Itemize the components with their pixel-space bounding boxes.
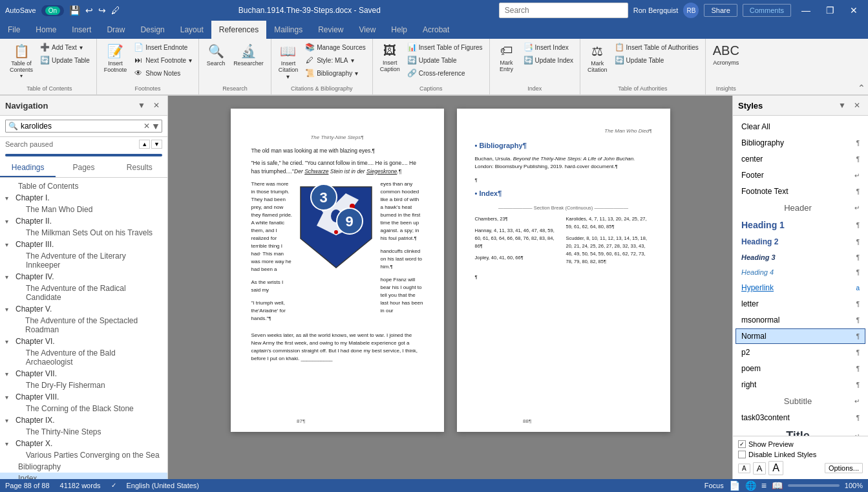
page-88[interactable]: The Man Who Died¶ • Bibliography¶ Buchan… bbox=[457, 109, 670, 432]
acronyms-button[interactable]: ABC Acronyms bbox=[710, 41, 743, 68]
style-heading1[interactable]: Heading 1 ¶ bbox=[736, 217, 865, 233]
tab-review[interactable]: Review bbox=[310, 21, 351, 39]
style-subtitle[interactable]: Subtitle ↵ bbox=[736, 393, 865, 409]
manage-sources-button[interactable]: 📚 Manage Sources bbox=[302, 41, 368, 53]
tab-insert[interactable]: Insert bbox=[64, 21, 99, 39]
disable-linked-checkbox[interactable] bbox=[738, 451, 746, 458]
style-heading4[interactable]: Heading 4 ¶ bbox=[736, 265, 865, 279]
comments-button[interactable]: Comments bbox=[743, 4, 791, 17]
search-button[interactable]: 🔍 Search bbox=[203, 41, 229, 69]
style-bibliography[interactable]: Bibliography ¶ bbox=[736, 135, 865, 151]
nav-tree-item-ch3[interactable]: ▾Chapter III. bbox=[0, 239, 167, 250]
nav-tree-item-ch2-sub[interactable]: The Milkman Sets Out on his Travels bbox=[0, 227, 167, 239]
show-notes-button[interactable]: 👁 Show Notes bbox=[131, 67, 195, 79]
tab-view[interactable]: View bbox=[352, 21, 384, 39]
insert-index-button[interactable]: 📑 Insert Index bbox=[521, 41, 577, 53]
autosave-toggle[interactable]: On bbox=[41, 5, 64, 16]
nav-tree-item-ch3-sub[interactable]: The Adventure of the Literary Innkeeper bbox=[0, 250, 167, 271]
style-right[interactable]: right ¶ bbox=[736, 377, 865, 392]
insert-table-of-figures-button[interactable]: 📊 Insert Table of Figures bbox=[405, 41, 485, 53]
nav-search-chevron-icon[interactable]: ⯆ bbox=[153, 123, 159, 130]
nav-tree-item-ch7[interactable]: ▾Chapter VII. bbox=[0, 368, 167, 380]
undo-icon[interactable]: ↩ bbox=[85, 5, 93, 16]
nav-search-clear[interactable]: ✕ bbox=[143, 122, 150, 131]
table-of-contents-button[interactable]: 📋 Table ofContents ▾ bbox=[6, 41, 36, 81]
nav-tree-item-ch1-sub[interactable]: The Man Who Died bbox=[0, 204, 167, 215]
styles-options-button[interactable]: ▼ bbox=[836, 100, 849, 111]
nav-tab-results[interactable]: Results bbox=[112, 159, 167, 177]
nav-close-button[interactable]: ✕ bbox=[151, 100, 162, 111]
update-table-authorities-button[interactable]: 🔄 Update Table bbox=[612, 54, 701, 66]
insert-citation-button[interactable]: 📖 InsertCitation▾ bbox=[275, 41, 302, 82]
nav-tree-item-toc[interactable]: Table of Contents bbox=[0, 180, 167, 192]
tab-help[interactable]: Help bbox=[383, 21, 415, 39]
style-center[interactable]: center ¶ bbox=[736, 151, 865, 167]
style-header[interactable]: Header ↵ bbox=[736, 200, 865, 216]
view-mode-web-icon[interactable]: 🌐 bbox=[745, 480, 756, 491]
search-up-button[interactable]: ▲ bbox=[139, 140, 150, 149]
tab-home[interactable]: Home bbox=[28, 21, 64, 39]
nav-tree-item-ch10-sub[interactable]: Various Parties Converging on the Sea bbox=[0, 449, 167, 461]
insert-footnote-button[interactable]: 📝 InsertFootnote bbox=[101, 41, 131, 75]
close-button[interactable]: ✕ bbox=[845, 3, 863, 18]
update-index-button[interactable]: 🔄 Update Index bbox=[521, 54, 577, 66]
font-size-large-button[interactable]: A bbox=[768, 461, 783, 475]
font-size-small-button[interactable]: A bbox=[738, 464, 750, 473]
nav-tree-item-ch6-sub[interactable]: The Adventure of the Bald Archaeologist bbox=[0, 347, 167, 368]
tab-design[interactable]: Design bbox=[132, 21, 172, 39]
nav-tree-item-bibliography[interactable]: Bibliography bbox=[0, 461, 167, 473]
tab-draw[interactable]: Draw bbox=[99, 21, 132, 39]
style-task03content[interactable]: task03content ¶ bbox=[736, 410, 865, 425]
style-hyperlink[interactable]: Hyperlink a bbox=[736, 280, 865, 295]
nav-options-button[interactable]: ▼ bbox=[135, 100, 148, 111]
nav-search-input[interactable] bbox=[21, 122, 143, 131]
restore-button[interactable]: ❐ bbox=[821, 3, 840, 18]
nav-tree-item-ch5-sub[interactable]: The Adventure of the Spectacled Roadman bbox=[0, 315, 167, 336]
add-text-button[interactable]: ➕ Add Text▾ bbox=[37, 41, 92, 53]
focus-label[interactable]: Focus bbox=[704, 482, 724, 489]
style-msonormal[interactable]: msonormal ¶ bbox=[736, 312, 865, 328]
insert-caption-button[interactable]: 🖼 InsertCaption bbox=[377, 41, 403, 74]
nav-tree-item-index[interactable]: Index bbox=[0, 473, 167, 479]
nav-tree-item-ch6[interactable]: ▾Chapter VI. bbox=[0, 336, 167, 347]
ribbon-collapse[interactable]: ⌃ bbox=[746, 39, 865, 94]
mark-citation-button[interactable]: ⚖ MarkCitation bbox=[584, 41, 611, 75]
researcher-button[interactable]: 🔬 Researcher bbox=[230, 41, 267, 69]
update-table-toc-button[interactable]: 🔄 Update Table bbox=[37, 54, 92, 66]
tab-references[interactable]: References bbox=[211, 21, 266, 39]
nav-tree-item-ch5[interactable]: ▾Chapter V. bbox=[0, 303, 167, 315]
nav-tree-item-ch1[interactable]: ▾Chapter I. bbox=[0, 192, 167, 204]
save-icon[interactable]: 💾 bbox=[69, 5, 80, 16]
font-size-medium-button[interactable]: A bbox=[753, 462, 767, 475]
next-footnote-button[interactable]: ⏭ Next Footnote▾ bbox=[131, 54, 195, 66]
update-table-captions-button[interactable]: 🔄 Update Table bbox=[405, 54, 485, 66]
show-preview-checkbox[interactable]: ✓ bbox=[738, 440, 746, 448]
nav-tree-item-ch10[interactable]: ▾Chapter X. bbox=[0, 438, 167, 449]
tab-file[interactable]: File bbox=[0, 21, 28, 39]
tab-mailings[interactable]: Mailings bbox=[266, 21, 310, 39]
customize-icon[interactable]: 🖊 bbox=[111, 5, 120, 16]
styles-close-button[interactable]: ✕ bbox=[851, 100, 863, 111]
share-button[interactable]: Share bbox=[704, 4, 737, 17]
nav-tree-item-ch8[interactable]: ▾Chapter VIII. bbox=[0, 391, 167, 403]
style-footnote-text[interactable]: Footnote Text ¶ bbox=[736, 184, 865, 199]
search-down-button[interactable]: ▼ bbox=[151, 140, 162, 149]
nav-tree-item-ch4-sub[interactable]: The Adventure of the Radical Candidate bbox=[0, 283, 167, 303]
style-heading2[interactable]: Heading 2 ¶ bbox=[736, 234, 865, 250]
tab-layout[interactable]: Layout bbox=[173, 21, 211, 39]
style-normal[interactable]: Normal ¶ bbox=[736, 328, 865, 344]
style-footer[interactable]: Footer ↵ bbox=[736, 167, 865, 183]
mark-entry-button[interactable]: 🏷 MarkEntry bbox=[494, 41, 520, 74]
nav-tab-pages[interactable]: Pages bbox=[56, 159, 111, 177]
page-87[interactable]: The Thirty-Nine Steps¶ The old man was l… bbox=[231, 109, 444, 432]
view-mode-read-icon[interactable]: 📖 bbox=[772, 480, 783, 491]
view-mode-print-icon[interactable]: 📄 bbox=[729, 480, 740, 491]
tab-acrobat[interactable]: Acrobat bbox=[415, 21, 457, 39]
nav-tree-item-ch2[interactable]: ▾Chapter II. bbox=[0, 215, 167, 227]
insert-endnote-button[interactable]: 📄 Insert Endnote bbox=[131, 41, 195, 53]
style-mla-button[interactable]: 🖊 Style: MLA▾ bbox=[302, 54, 368, 66]
style-p2[interactable]: p2 ¶ bbox=[736, 345, 865, 360]
nav-tree-item-ch8-sub[interactable]: The Corning of the Black Stone bbox=[0, 403, 167, 414]
style-poem[interactable]: poem ¶ bbox=[736, 361, 865, 376]
insert-table-of-authorities-button[interactable]: 📋 Insert Table of Authorities bbox=[612, 41, 701, 53]
